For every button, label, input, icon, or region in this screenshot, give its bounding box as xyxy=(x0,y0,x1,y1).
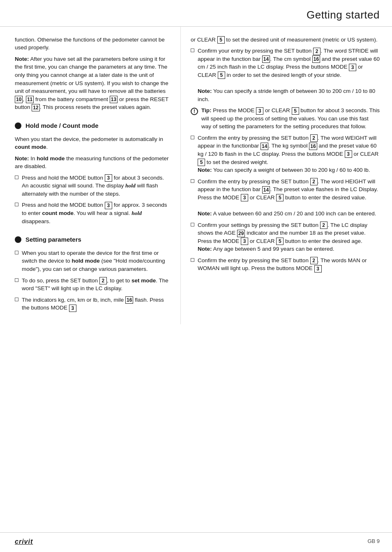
list-item: Confirm the entry by pressing the SET bu… xyxy=(191,134,380,174)
hold-text: hold xyxy=(125,182,136,189)
list-item: Press and hold the MODE button 3 for abo… xyxy=(15,174,171,198)
num-3b: 3 xyxy=(105,202,112,209)
num-2f: 2 xyxy=(310,257,318,264)
num-16a: 16 xyxy=(125,296,133,304)
num-11: 11 xyxy=(26,96,34,103)
num-14c: 14 xyxy=(262,186,270,194)
num-16b: 16 xyxy=(312,55,320,63)
num-3f: 3 xyxy=(345,150,352,158)
square-bullet xyxy=(15,298,18,301)
right-list: Confirm your entry by pressing the SET b… xyxy=(191,47,380,273)
page-header: Getting started xyxy=(0,0,392,27)
num-13: 13 xyxy=(110,96,118,103)
page-footer: crivit GB 9 xyxy=(0,532,392,552)
num-2b: 2 xyxy=(313,48,321,55)
tip-item: ! Tip: Press the MODE 3 or CLEAR 5 butto… xyxy=(191,106,380,131)
num-5d: 5 xyxy=(198,159,205,166)
section1-intro: When you start the device, the pedometer… xyxy=(15,135,171,151)
num-10: 10 xyxy=(15,96,23,103)
num-3i: 3 xyxy=(314,265,322,273)
section2-title: Setting parameters xyxy=(25,235,81,244)
num-3d: 3 xyxy=(349,64,356,71)
left-column: function. Otherwise the functions of the… xyxy=(0,27,181,324)
num-12: 12 xyxy=(32,104,39,111)
num-3e: 3 xyxy=(256,107,263,115)
tip-icon: ! xyxy=(191,108,198,115)
section2-list: When you start to operate the device for… xyxy=(15,249,171,312)
item-text: To do so, press the SET button 2, to get… xyxy=(22,277,171,293)
num-16c: 16 xyxy=(309,143,317,150)
num-5f: 5 xyxy=(276,238,284,245)
num-5a: 5 xyxy=(217,36,225,44)
item-text: Confirm the entry by pressing the SET bu… xyxy=(198,256,380,273)
num-3g: 3 xyxy=(241,194,248,201)
brand-logo: crivit xyxy=(15,537,33,546)
item-text: Confirm your settings by pressing the SE… xyxy=(198,221,380,253)
main-content: function. Otherwise the functions of the… xyxy=(0,27,392,324)
num-3c: 3 xyxy=(69,305,76,312)
item-text: Confirm the entry by pressing the SET bu… xyxy=(198,178,380,218)
square-bullet xyxy=(15,176,18,179)
list-item: To do so, press the SET button 2, to get… xyxy=(15,277,171,293)
list-item: Confirm your settings by pressing the SE… xyxy=(191,221,380,253)
num-2d: 2 xyxy=(310,178,318,185)
item-text: Press and hold the MODE button 3 for app… xyxy=(22,201,171,225)
num-14a: 14 xyxy=(262,55,270,63)
list-item: Confirm the entry by pressing the SET bu… xyxy=(191,178,380,218)
right-intro: or CLEAR 5 to set the desired unit of me… xyxy=(191,36,380,44)
square-bullet xyxy=(15,278,18,282)
intro-p1: function. Otherwise the functions of the… xyxy=(15,36,171,52)
intro-p2: Note: After you have set all the paramet… xyxy=(15,55,171,111)
page: Getting started function. Otherwise the … xyxy=(0,0,392,552)
num-2a: 2 xyxy=(99,277,107,284)
num-3h: 3 xyxy=(241,238,248,245)
bullet-circle-1 xyxy=(15,122,21,129)
num-3a: 3 xyxy=(105,174,112,182)
num-29: 29 xyxy=(237,230,245,237)
right-column: or CLEAR 5 to set the desired unit of me… xyxy=(181,27,392,324)
num-5e: 5 xyxy=(276,194,284,201)
num-5b: 5 xyxy=(218,72,225,79)
list-item: When you start to operate the device for… xyxy=(15,249,171,273)
page-title: Getting started xyxy=(307,9,380,21)
square-bullet xyxy=(191,136,194,139)
square-bullet xyxy=(191,49,194,52)
square-bullet xyxy=(15,251,18,254)
section1-title: Hold mode / Count mode xyxy=(25,121,99,130)
list-item: Confirm the entry by pressing the SET bu… xyxy=(191,256,380,273)
section1-note: Note: In hold mode the measuring functio… xyxy=(15,155,171,171)
page-number: GB 9 xyxy=(367,538,380,545)
item-text: The indicators kg, cm, km or lb, inch, m… xyxy=(22,296,171,312)
item-text: Press and hold the MODE button 3 for abo… xyxy=(22,174,171,198)
item-text: When you start to operate the device for… xyxy=(22,249,171,273)
section2-heading: Setting parameters xyxy=(15,235,171,244)
num-14b: 14 xyxy=(261,143,268,150)
num-5c: 5 xyxy=(292,107,299,115)
hold-text2: hold xyxy=(131,210,142,216)
list-item: The indicators kg, cm, km or lb, inch, m… xyxy=(15,296,171,312)
tip-text: Tip: Press the MODE 3 or CLEAR 5 button … xyxy=(201,106,380,131)
square-bullet xyxy=(15,203,18,206)
square-bullet xyxy=(191,179,194,183)
section1-list: Press and hold the MODE button 3 for abo… xyxy=(15,174,171,225)
item-text: Confirm the entry by pressing the SET bu… xyxy=(198,134,380,174)
num-2e: 2 xyxy=(320,222,327,229)
item-text: Confirm your entry by pressing the SET b… xyxy=(198,47,380,103)
list-item: Confirm your entry by pressing the SET b… xyxy=(191,47,380,103)
num-2c: 2 xyxy=(310,134,318,142)
bullet-circle-2 xyxy=(15,236,21,243)
square-bullet xyxy=(191,258,194,262)
list-item: Press and hold the MODE button 3 for app… xyxy=(15,201,171,225)
section1-heading: Hold mode / Count mode xyxy=(15,121,171,130)
square-bullet xyxy=(191,223,194,226)
